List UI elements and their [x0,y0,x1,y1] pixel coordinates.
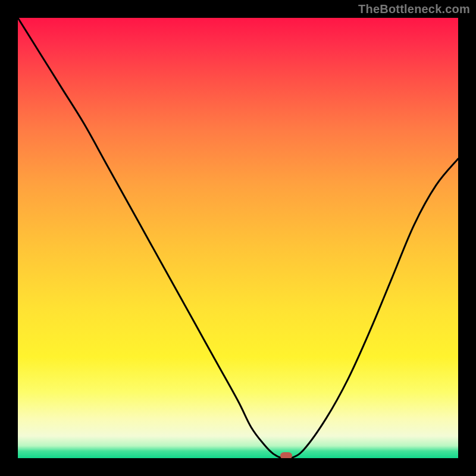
optimum-marker [280,452,292,458]
bottleneck-curve [18,18,458,458]
curve-svg [18,18,458,458]
plot-area [18,18,458,458]
watermark-text: TheBottleneck.com [358,2,470,16]
chart-frame: TheBottleneck.com [0,0,476,476]
